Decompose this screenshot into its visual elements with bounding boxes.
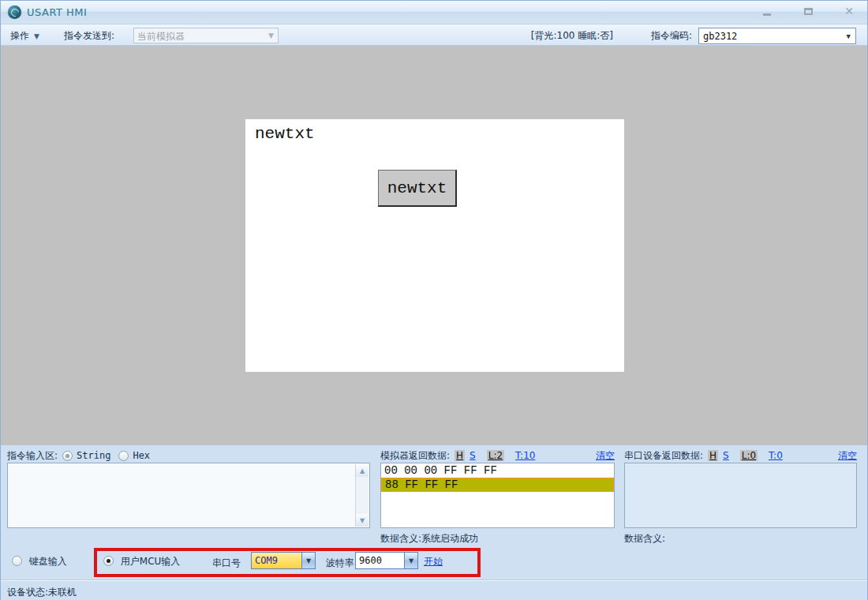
- radio-keyboard-label[interactable]: 键盘输入: [29, 556, 67, 567]
- send-to-combobox: 当前模拟器 ▼: [133, 28, 279, 43]
- serial-total-count[interactable]: T:0: [769, 450, 783, 461]
- app-window: USART HMI ✕ 操作▼ 指令发送到: 当前模拟器 ▼ [背光:100 睡…: [0, 0, 868, 600]
- serial-string-toggle[interactable]: S: [723, 450, 729, 461]
- com-port-label: 串口号: [212, 557, 241, 570]
- serial-return-label: 串口设备返回数据:: [624, 449, 703, 463]
- maximize-icon: [804, 8, 813, 15]
- minimize-icon: [763, 13, 771, 16]
- sim-hex-toggle[interactable]: H: [455, 450, 465, 461]
- chevron-down-icon: ▼: [34, 32, 39, 40]
- device-status-text: 设备状态:未联机: [7, 586, 77, 599]
- scroll-up-icon[interactable]: ▲: [356, 464, 369, 477]
- serial-data-meaning: 数据含义:: [624, 532, 665, 546]
- radio-hex[interactable]: [118, 451, 129, 461]
- serial-hex-toggle[interactable]: H: [708, 450, 718, 461]
- menu-operation[interactable]: 操作▼: [10, 29, 39, 43]
- workspace: newtxt newtxt: [1, 46, 867, 445]
- encoding-combobox[interactable]: gb2312 ▼: [698, 28, 856, 44]
- radio-string-label[interactable]: String: [77, 450, 110, 461]
- backlight-sleep-status: [背光:100 睡眠:否]: [531, 29, 613, 43]
- minimize-button[interactable]: [757, 4, 777, 18]
- baud-rate-label: 波特率: [326, 557, 354, 570]
- maximize-button[interactable]: [798, 4, 818, 18]
- toolbar: 操作▼ 指令发送到: 当前模拟器 ▼ [背光:100 睡眠:否] 指令编码: g…: [1, 24, 867, 46]
- chevron-down-icon[interactable]: ▼: [404, 552, 418, 569]
- serial-return-list[interactable]: [624, 463, 857, 528]
- baud-rate-combobox[interactable]: 9600 ▼: [355, 552, 418, 569]
- simulator-return-label: 模拟器返回数据:: [380, 449, 450, 463]
- scroll-down-icon[interactable]: ▼: [356, 514, 369, 527]
- baud-rate-value[interactable]: 9600: [355, 552, 404, 569]
- sim-line-count[interactable]: L:2: [487, 450, 504, 461]
- chevron-down-icon: ▼: [268, 32, 274, 39]
- app-logo-icon: [8, 6, 21, 19]
- close-icon: ✕: [844, 5, 854, 17]
- radio-string[interactable]: [62, 451, 73, 461]
- window-title: USART HMI: [27, 6, 87, 18]
- command-input-textarea[interactable]: ▲ ▼: [7, 463, 370, 528]
- serial-clear-link[interactable]: 清空: [838, 449, 857, 463]
- serial-line-count[interactable]: L:0: [740, 450, 758, 461]
- sim-clear-link[interactable]: 清空: [596, 449, 615, 463]
- bottom-panel: 指令输入区: String Hex 模拟器返回数据: H S L:2 T:10 …: [1, 445, 867, 579]
- scrollbar-vertical[interactable]: ▲ ▼: [355, 464, 369, 527]
- com-port-combobox[interactable]: COM9 ▼: [251, 552, 316, 569]
- com-port-value[interactable]: COM9: [251, 552, 301, 569]
- close-button[interactable]: ✕: [839, 4, 859, 18]
- hmi-simulator-screen[interactable]: newtxt newtxt: [245, 119, 624, 372]
- hmi-text-component[interactable]: newtxt: [255, 125, 315, 143]
- sim-total-count[interactable]: T:10: [515, 450, 535, 461]
- command-input-label: 指令输入区:: [7, 449, 58, 463]
- hmi-button-component[interactable]: newtxt: [378, 170, 457, 207]
- title-bar: USART HMI ✕: [1, 1, 867, 24]
- radio-keyboard-input[interactable]: [12, 556, 22, 566]
- list-item[interactable]: 00 00 00 FF FF FF: [381, 463, 614, 478]
- start-link[interactable]: 开始: [424, 555, 443, 568]
- radio-mcu-label[interactable]: 用户MCU输入: [121, 556, 181, 567]
- sim-string-toggle[interactable]: S: [470, 450, 476, 461]
- radio-hex-label[interactable]: Hex: [133, 450, 150, 461]
- encoding-label: 指令编码:: [651, 29, 692, 43]
- chevron-down-icon[interactable]: ▼: [301, 552, 316, 569]
- send-to-label: 指令发送到:: [64, 29, 114, 43]
- chevron-down-icon: ▼: [847, 32, 851, 40]
- status-bar: 设备状态:未联机: [1, 579, 867, 600]
- simulator-return-list[interactable]: 00 00 00 FF FF FF 88 FF FF FF: [380, 463, 615, 528]
- radio-mcu-input[interactable]: [103, 556, 114, 566]
- sim-data-meaning: 数据含义:系统启动成功: [380, 532, 478, 546]
- list-item-selected[interactable]: 88 FF FF FF: [381, 478, 614, 492]
